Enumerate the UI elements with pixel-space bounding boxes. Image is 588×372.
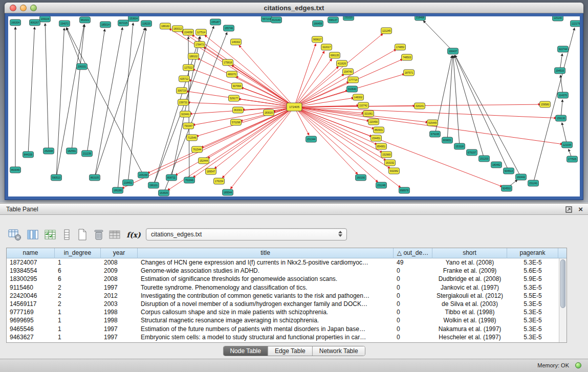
table-select-dropdown[interactable]: citations_edges.txt xyxy=(146,228,347,240)
graph-node[interactable]: 180462 xyxy=(491,162,502,168)
graph-node[interactable]: 175818 xyxy=(223,59,233,65)
network-canvas[interactable]: 1663048062672091041540729610211850148072… xyxy=(8,16,580,196)
graph-node[interactable]: 151344 xyxy=(306,136,317,142)
graph-node[interactable]: 121034 xyxy=(562,142,573,148)
graph-node[interactable]: 907994 xyxy=(232,83,243,89)
graph-node[interactable]: 323441 xyxy=(180,111,191,117)
graph-node[interactable]: 155746 xyxy=(224,25,234,31)
graph-node[interactable]: 696135 xyxy=(330,52,340,58)
graph-node[interactable]: 178473 xyxy=(194,41,205,48)
graph-node[interactable]: 146302 xyxy=(231,39,242,45)
column-header-name[interactable]: name xyxy=(7,248,55,258)
graph-node[interactable]: 114370 xyxy=(558,92,569,98)
table-row[interactable]: 1872400712008Changes of HCN gene express… xyxy=(7,258,559,267)
graph-node[interactable]: 206331 xyxy=(77,63,88,70)
graph-node[interactable]: 166437 xyxy=(448,48,459,54)
column-header-pagerank[interactable]: pagerank xyxy=(507,248,558,258)
graph-node[interactable]: 154740 xyxy=(343,69,354,75)
graph-node[interactable]: 854951 xyxy=(376,143,387,149)
graph-node[interactable]: 679195 xyxy=(430,131,441,137)
graph-node[interactable]: 898978 xyxy=(399,187,410,193)
graph-node[interactable]: 220490 xyxy=(368,119,379,125)
graph-node[interactable]: 155187 xyxy=(210,19,221,25)
graph-node[interactable]: 188102 xyxy=(188,53,199,59)
graph-node[interactable]: 310640 xyxy=(347,86,358,92)
show-columns-button[interactable] xyxy=(26,227,41,243)
select-mode-button[interactable] xyxy=(43,227,58,243)
table-row[interactable]: 946362711997Embryonic stem cells: a mode… xyxy=(7,333,559,341)
graph-node[interactable]: 807215 xyxy=(118,20,129,26)
graph-node[interactable]: 196101 xyxy=(148,182,159,188)
graph-node[interactable]: 863105 xyxy=(90,174,100,181)
graph-node[interactable]: 115140 xyxy=(553,16,563,21)
graph-node[interactable]: 252008 xyxy=(43,148,54,154)
graph-node[interactable]: 152969 xyxy=(381,151,392,158)
graph-node[interactable]: 224058 xyxy=(183,29,194,35)
graph-node[interactable]: 316141 xyxy=(415,103,425,109)
graph-node[interactable]: 151248 xyxy=(376,182,387,188)
graph-node[interactable]: 239731 xyxy=(178,99,189,105)
graph-node[interactable]: 809651 xyxy=(442,137,453,143)
graph-node[interactable]: 211239 xyxy=(82,150,93,157)
graph-node[interactable]: 153604 xyxy=(128,16,139,21)
graph-node[interactable]: 480070 xyxy=(227,71,237,77)
graph-node[interactable]: 924502 xyxy=(502,185,512,191)
graph-node[interactable]: 174850 xyxy=(395,44,406,50)
graph-node[interactable]: 159580 xyxy=(540,101,551,107)
column-header-short[interactable]: short xyxy=(432,248,507,258)
graph-node[interactable]: 172405 xyxy=(287,103,302,111)
graph-node[interactable]: 696137 xyxy=(328,17,339,23)
graph-node[interactable]: 153505 xyxy=(159,190,169,196)
graph-node[interactable]: 183020 xyxy=(264,110,274,116)
graph-node[interactable]: 922744 xyxy=(558,46,569,52)
graph-node[interactable]: 185014 xyxy=(100,21,111,28)
graph-node[interactable]: 761846 xyxy=(184,177,195,183)
graph-node[interactable]: 961021 xyxy=(80,17,91,23)
table-row[interactable]: 2242004622012Investigating the contribut… xyxy=(7,292,559,300)
graph-node[interactable]: 590513 xyxy=(51,174,62,181)
graph-node[interactable]: 425712 xyxy=(179,76,190,82)
graph-node[interactable]: 850931 xyxy=(374,127,384,133)
graph-node[interactable]: 188160 xyxy=(160,23,171,29)
import-table-button[interactable] xyxy=(107,227,123,243)
graph-node[interactable]: 411626 xyxy=(337,60,347,67)
graph-node[interactable]: 932082 xyxy=(389,168,400,174)
graph-node[interactable]: 118220 xyxy=(141,20,152,27)
column-header-year[interactable]: year xyxy=(101,248,138,258)
graph-node[interactable]: 148302 xyxy=(353,94,364,100)
graph-node[interactable]: 915449 xyxy=(427,120,438,126)
graph-node[interactable]: 153118 xyxy=(454,143,465,149)
graph-node[interactable]: 904513 xyxy=(504,168,514,174)
graph-node[interactable]: 218468 xyxy=(415,16,426,20)
table-row[interactable]: 1830029562008Estimation of significance … xyxy=(7,275,559,283)
graph-node[interactable]: 321061 xyxy=(363,111,374,117)
graph-node[interactable]: 194533 xyxy=(555,68,565,74)
close-panel-icon[interactable]: × xyxy=(578,206,583,213)
table-row[interactable]: 969969511998Structural magnetic resonanc… xyxy=(7,316,559,324)
graph-node[interactable]: 761544 xyxy=(192,146,203,152)
graph-node[interactable]: 189544 xyxy=(223,189,233,195)
graph-node[interactable]: 187571 xyxy=(404,70,415,76)
table-row[interactable]: 946554611997Estimation of the future num… xyxy=(7,325,559,333)
graph-node[interactable]: 177714 xyxy=(348,77,359,83)
delete-column-button[interactable] xyxy=(91,227,106,243)
tab-node-table[interactable]: Node Table xyxy=(223,346,268,356)
window-titlebar[interactable]: citations_edges.txt xyxy=(5,3,583,13)
graph-node[interactable]: 231020 xyxy=(343,16,354,20)
graph-node[interactable]: 969617 xyxy=(312,36,323,42)
graph-node[interactable]: 177505 xyxy=(567,156,578,162)
column-header-in_degree[interactable]: in_degree xyxy=(55,248,101,258)
graph-node[interactable]: 160190 xyxy=(356,174,366,181)
graph-node[interactable]: 151203 xyxy=(479,156,490,162)
table-panel-titlebar[interactable]: Table Panel × xyxy=(0,203,588,215)
graph-node[interactable]: 322017 xyxy=(321,44,332,50)
column-header-out_degree[interactable]: △ out_de… xyxy=(394,248,432,258)
graph-node[interactable]: 166304 xyxy=(10,19,21,26)
graph-node[interactable]: 306719 xyxy=(177,87,187,94)
graph-node[interactable]: 159130 xyxy=(556,115,567,121)
table-row[interactable]: 1938455462009Genome-wide association stu… xyxy=(7,267,559,275)
tab-network-table[interactable]: Network Table xyxy=(312,346,365,356)
graph-node[interactable]: 182591 xyxy=(67,148,77,154)
graph-node[interactable]: 209104 xyxy=(40,16,51,22)
graph-node[interactable]: 863049 xyxy=(10,167,21,173)
